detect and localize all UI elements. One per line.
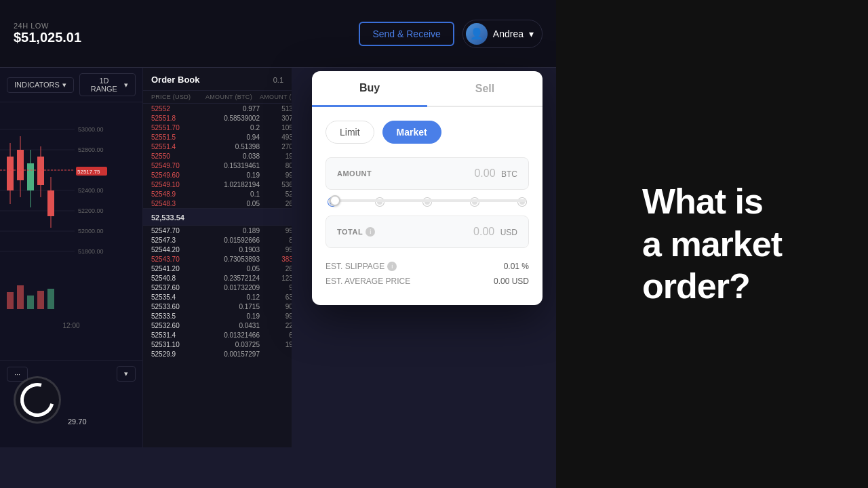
column-headers: PRICE (USD) AMOUNT (BTC) AMOUNT (U	[143, 91, 292, 104]
col-amount-btc: AMOUNT (BTC)	[205, 94, 260, 100]
amount-slider[interactable]	[326, 199, 529, 206]
sell-tab[interactable]: Sell	[427, 71, 542, 106]
est-slippage-value: 0.01 %	[504, 262, 529, 271]
chevron-button[interactable]: ▾	[117, 366, 136, 382]
table-row: 52532.600.04312264	[143, 321, 292, 330]
chevron-down-icon: ▾	[529, 28, 534, 39]
order-book-subtitle: 0.1	[273, 76, 283, 84]
chevron-down-icon: ▾	[124, 369, 128, 378]
table-row: 52541.200.052627	[143, 264, 292, 273]
table-row: 52544.200.19039995	[143, 245, 292, 254]
svg-rect-19	[17, 285, 24, 309]
slippage-info-icon[interactable]: i	[387, 262, 397, 271]
order-book-header: Order Book 0.1	[143, 68, 292, 91]
table-row: 525520.97751343	[143, 104, 292, 113]
table-row: 52551.50.9449398	[143, 132, 292, 142]
svg-rect-12	[27, 163, 34, 190]
time-label: 12:00	[62, 322, 79, 329]
table-row: 52551.80.5853900230763	[143, 113, 292, 123]
est-avg-price-value: 0.00 USD	[494, 277, 529, 286]
send-receive-button[interactable]: Send & Receive	[359, 22, 454, 46]
table-row: 52533.600.17159005	[143, 302, 292, 311]
trade-form-overlay: Buy Sell Limit Market AMOUNT 0.00 BTC	[312, 71, 542, 305]
table-row: 52540.80.2357212412384	[143, 273, 292, 283]
table-row: 52531.100.037251956	[143, 340, 292, 349]
table-row: 52543.700.7305389338385	[143, 254, 292, 264]
trade-tabs: Buy Sell	[312, 71, 542, 107]
logo-overlay	[14, 376, 61, 424]
user-name: Andrea	[493, 28, 524, 39]
svg-rect-10	[17, 150, 24, 180]
table-row: 52549.101.0218219453695	[143, 180, 292, 189]
est-slippage-label: EST. SLIPPAGE i	[326, 262, 397, 271]
buy-tab[interactable]: Buy	[312, 71, 427, 107]
total-value: 0.00	[473, 226, 494, 237]
table-row: 52548.30.052627	[143, 199, 292, 208]
candlestick-chart: 53000.00 52800.00 52600.00 52400.00 5220…	[0, 102, 142, 360]
table-row: 52551.40.5139827010	[143, 142, 292, 151]
amount-label: AMOUNT	[337, 169, 372, 178]
table-row: 52551.700.210510	[143, 123, 292, 132]
table-row: 52529.90.0015729782	[143, 349, 292, 359]
est-avg-price-label: EST. AVERAGE PRICE	[326, 277, 410, 286]
chevron-down-icon: ▾	[124, 81, 128, 89]
chart-controls: INDICATORS ▾ 1D RANGE ▾	[0, 68, 142, 102]
table-row: 52533.50.199981	[143, 311, 292, 321]
svg-rect-18	[7, 292, 14, 309]
table-row: 52547.30.01592666836	[143, 235, 292, 245]
svg-rect-21	[37, 291, 44, 309]
table-row: 525500.0381996	[143, 151, 292, 161]
amount-field: AMOUNT 0.00 BTC	[326, 157, 529, 190]
low-label: 24H LOW	[14, 22, 81, 30]
col-amount-u: AMOUNT (U	[260, 94, 292, 100]
total-currency: USD	[500, 228, 517, 237]
svg-rect-14	[37, 157, 44, 185]
24h-low-section: 24H LOW $51,025.01	[14, 22, 81, 45]
chart-svg: 53000.00 52800.00 52600.00 52400.00 5220…	[0, 109, 108, 346]
table-row: 52535.40.126304	[143, 292, 292, 302]
indicators-button[interactable]: INDICATORS ▾	[7, 77, 74, 93]
slider-track	[328, 199, 526, 202]
svg-rect-8	[7, 157, 14, 190]
total-value-group: 0.00 USD	[473, 226, 517, 238]
est-avg-price-row: EST. AVERAGE PRICE 0.00 USD	[326, 274, 529, 289]
total-info-icon[interactable]: i	[366, 227, 375, 237]
svg-rect-20	[27, 296, 34, 309]
mid-price-row: 52,533.54	[143, 208, 292, 226]
svg-text:52517.75: 52517.75	[77, 169, 100, 175]
order-type-row: Limit Market	[326, 121, 529, 144]
market-button[interactable]: Market	[382, 121, 441, 144]
amount-value-group: 0.00 BTC	[474, 167, 517, 180]
user-menu[interactable]: 👤 Andrea ▾	[462, 20, 542, 48]
est-slippage-row: EST. SLIPPAGE i 0.01 %	[326, 259, 529, 274]
amount-value: 0.00	[474, 167, 495, 179]
table-row: 52531.40.01321466694	[143, 330, 292, 340]
top-bar: 24H LOW $51,025.01 Send & Receive 👤 Andr…	[0, 0, 556, 68]
headline-text: What is a market order?	[642, 180, 782, 307]
table-row: 52547.700.1899931	[143, 226, 292, 235]
order-book-title: Order Book	[151, 75, 200, 85]
col-price: PRICE (USD)	[151, 94, 205, 100]
table-row: 52549.700.153194618050	[143, 161, 292, 170]
low-value: $51,025.01	[14, 30, 81, 45]
total-label: TOTAL	[337, 228, 363, 236]
logo-circle-icon	[14, 377, 60, 423]
range-button[interactable]: 1D RANGE ▾	[79, 73, 136, 96]
table-row: 52548.90.15254	[143, 189, 292, 199]
table-row: 52537.600.01732209910	[143, 283, 292, 292]
order-book: Order Book 0.1 PRICE (USD) AMOUNT (BTC) …	[142, 68, 292, 447]
svg-text:52000.00: 52000.00	[78, 228, 104, 235]
svg-text:52200.00: 52200.00	[78, 207, 104, 214]
total-label-row: TOTAL i	[337, 227, 375, 237]
svg-text:52400.00: 52400.00	[78, 187, 104, 194]
dots-icon: ···	[14, 370, 20, 378]
svg-text:52800.00: 52800.00	[78, 146, 104, 153]
svg-text:51800.00: 51800.00	[78, 248, 104, 255]
avatar: 👤	[466, 23, 488, 45]
svg-rect-22	[47, 289, 54, 309]
price-tag: 29.70	[68, 418, 87, 426]
slider-thumb[interactable]	[330, 195, 340, 206]
total-field: TOTAL i 0.00 USD	[326, 216, 529, 248]
limit-button[interactable]: Limit	[326, 121, 374, 144]
chevron-down-icon: ▾	[62, 81, 66, 89]
